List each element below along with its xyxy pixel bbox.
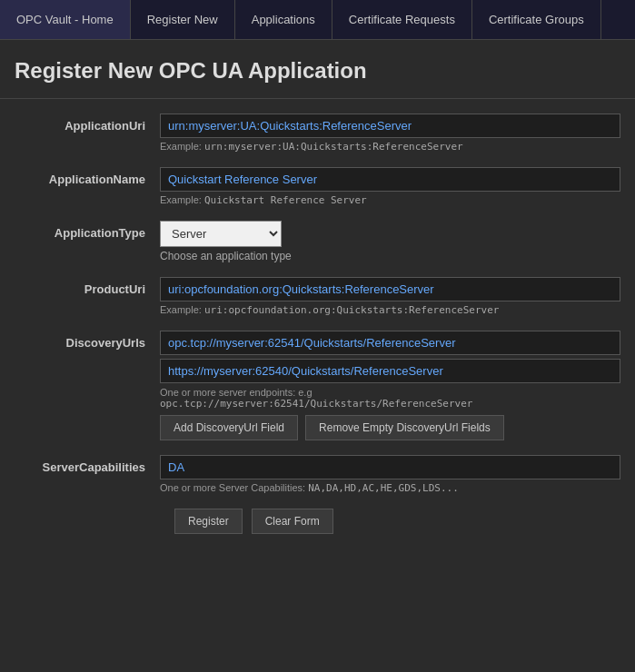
remove-empty-discovery-url-button[interactable]: Remove Empty DiscoveryUrl Fields (305, 415, 504, 440)
product-uri-example: Example: uri:opcfoundation.org:Quickstar… (160, 304, 620, 316)
clear-form-button[interactable]: Clear Form (252, 509, 333, 534)
server-capabilities-row: ServerCapabilities One or more Server Ca… (15, 455, 620, 494)
product-uri-label: ProductUri (15, 277, 160, 296)
add-discovery-url-button[interactable]: Add DiscoveryUrl Field (160, 415, 298, 440)
application-name-input[interactable] (160, 167, 620, 192)
application-uri-label: ApplicationUri (15, 114, 160, 133)
product-uri-input[interactable] (160, 277, 620, 301)
server-capabilities-hint: One or more Server Capabilities: NA,DA,H… (160, 482, 620, 494)
server-capabilities-label: ServerCapabilities (15, 455, 160, 474)
application-type-label: ApplicationType (15, 221, 160, 240)
discovery-urls-field: One or more server endpoints: e.g opc.tc… (160, 331, 620, 440)
register-button[interactable]: Register (174, 509, 243, 534)
bottom-buttons: Register Clear Form (15, 509, 620, 534)
application-uri-field: Example: urn:myserver:UA:Quickstarts:Ref… (160, 114, 620, 153)
application-name-example: Example: Quickstart Reference Server (160, 194, 620, 206)
discovery-btn-row: Add DiscoveryUrl Field Remove Empty Disc… (160, 415, 620, 440)
application-uri-example: Example: urn:myserver:UA:Quickstarts:Ref… (160, 141, 620, 153)
discovery-urls-row: DiscoveryUrls One or more server endpoin… (15, 331, 620, 440)
server-capabilities-input[interactable] (160, 455, 620, 479)
discovery-url-input-1[interactable] (160, 331, 620, 355)
page-title: Register New OPC UA Application (0, 40, 635, 99)
discovery-urls-label: DiscoveryUrls (15, 331, 160, 350)
application-name-row: ApplicationName Example: Quickstart Refe… (15, 167, 620, 206)
product-uri-row: ProductUri Example: uri:opcfoundation.or… (15, 277, 620, 316)
nav-register-new[interactable]: Register New (131, 0, 235, 39)
application-uri-input[interactable] (160, 114, 620, 138)
application-name-label: ApplicationName (15, 167, 160, 186)
register-form: ApplicationUri Example: urn:myserver:UA:… (0, 99, 635, 548)
product-uri-field: Example: uri:opcfoundation.org:Quickstar… (160, 277, 620, 316)
nav-home[interactable]: OPC Vault - Home (0, 0, 131, 39)
application-type-hint: Choose an application type (160, 250, 620, 262)
nav-certificate-groups[interactable]: Certificate Groups (472, 0, 601, 39)
application-type-row: ApplicationType Server Client ClientAndS… (15, 221, 620, 262)
application-uri-row: ApplicationUri Example: urn:myserver:UA:… (15, 114, 620, 153)
server-capabilities-field: One or more Server Capabilities: NA,DA,H… (160, 455, 620, 494)
nav-certificate-requests[interactable]: Certificate Requests (332, 0, 472, 39)
navbar: OPC Vault - Home Register New Applicatio… (0, 0, 635, 40)
discovery-inputs-container (160, 331, 620, 383)
application-name-field: Example: Quickstart Reference Server (160, 167, 620, 206)
nav-applications[interactable]: Applications (235, 0, 332, 39)
discovery-hint: One or more server endpoints: e.g opc.tc… (160, 387, 620, 410)
application-type-field: Server Client ClientAndServer DiscoveryS… (160, 221, 620, 262)
discovery-url-input-2[interactable] (160, 359, 620, 383)
application-type-select[interactable]: Server Client ClientAndServer DiscoveryS… (160, 221, 282, 247)
